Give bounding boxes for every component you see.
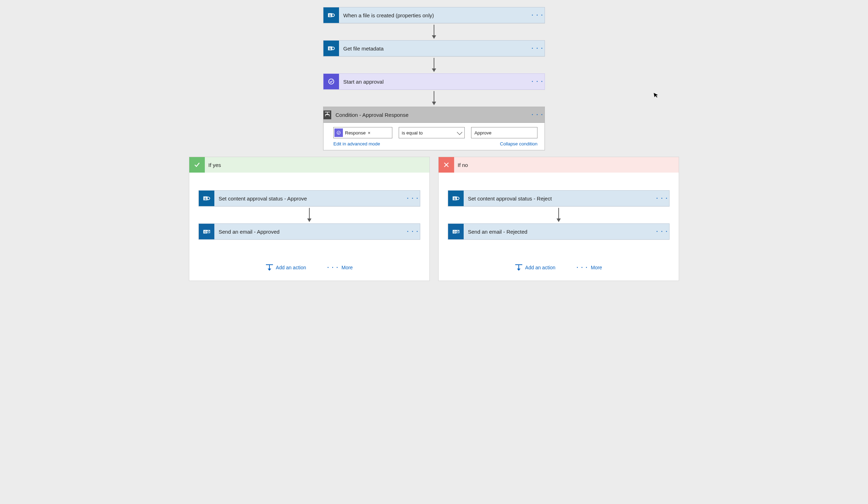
action-card-get-metadata[interactable]: S Get file metadata · · · (323, 40, 545, 56)
collapse-condition-link[interactable]: Collapse condition (500, 141, 537, 146)
chevron-down-icon (457, 129, 463, 135)
card-title: Send an email - Approved (214, 229, 406, 235)
outlook-icon: O (448, 224, 464, 239)
add-action-icon (266, 264, 273, 271)
action-card-email-rejected[interactable]: O Send an email - Rejected · · · (448, 223, 670, 240)
action-card-start-approval[interactable]: Start an approval · · · (323, 73, 545, 90)
arrow-down-icon (432, 25, 436, 39)
card-title: Set content approval status - Reject (464, 196, 655, 202)
more-menu-icon[interactable]: · · · (655, 195, 669, 202)
more-button[interactable]: · · · More (327, 264, 353, 271)
svg-text:O: O (453, 230, 456, 234)
edit-advanced-link[interactable]: Edit in advanced mode (333, 141, 380, 146)
check-icon (189, 157, 205, 173)
condition-value-input[interactable]: Approve (471, 127, 537, 138)
add-action-label: Add an action (525, 265, 555, 270)
card-title: Set content approval status - Approve (214, 196, 406, 202)
branch-header-yes: If yes (189, 157, 429, 173)
approval-icon (334, 128, 343, 137)
trigger-card-file-created[interactable]: S When a file is created (properties onl… (323, 7, 545, 23)
operator-value: is equal to (402, 130, 423, 136)
more-menu-icon[interactable]: · · · (406, 228, 420, 235)
main-flow: S When a file is created (properties onl… (180, 7, 688, 281)
value-text: Approve (474, 130, 491, 136)
svg-point-5 (337, 131, 340, 134)
arrow-down-icon (307, 208, 311, 222)
more-menu-icon[interactable]: · · · (530, 45, 545, 52)
condition-branches: If yes S Set content approval status - A… (189, 157, 679, 281)
branch-no-label: If no (458, 162, 468, 168)
dynamic-content-chip[interactable]: Response × (334, 128, 373, 137)
condition-icon (323, 110, 331, 119)
condition-left-operand[interactable]: Response × (333, 127, 392, 138)
add-action-icon (515, 264, 522, 271)
svg-text:S: S (329, 14, 331, 17)
more-menu-icon[interactable]: · · · (655, 228, 669, 235)
card-title: Get file metadata (339, 46, 530, 52)
more-menu-icon[interactable]: · · · (530, 111, 545, 118)
more-label: More (341, 265, 353, 270)
sharepoint-icon: S (323, 7, 339, 23)
add-action-label: Add an action (276, 265, 306, 270)
svg-point-4 (329, 79, 334, 84)
branch-if-no: If no S Set content approval status - Re… (438, 157, 679, 281)
card-title: Start an approval (339, 79, 530, 85)
outlook-icon: O (199, 224, 214, 239)
svg-text:S: S (329, 47, 331, 50)
arrow-down-icon (432, 58, 436, 72)
more-icon: · · · (577, 264, 588, 271)
close-icon (439, 157, 454, 173)
svg-text:S: S (454, 197, 456, 200)
sharepoint-icon: S (323, 41, 339, 56)
more-button[interactable]: · · · More (577, 264, 602, 271)
condition-block: Condition - Approval Response · · · Resp… (323, 107, 545, 150)
arrow-down-icon (557, 208, 561, 222)
sharepoint-icon: S (199, 191, 214, 206)
more-menu-icon[interactable]: · · · (530, 12, 545, 19)
condition-title: Condition - Approval Response (331, 112, 530, 118)
action-card-set-approve[interactable]: S Set content approval status - Approve … (198, 190, 420, 206)
sharepoint-icon: S (448, 191, 464, 206)
card-title: Send an email - Rejected (464, 229, 655, 235)
branch-header-no: If no (439, 157, 679, 173)
more-menu-icon[interactable]: · · · (406, 195, 420, 202)
card-title: When a file is created (properties only) (339, 12, 530, 18)
branch-if-yes: If yes S Set content approval status - A… (189, 157, 430, 281)
mouse-cursor (653, 91, 661, 101)
add-action-button[interactable]: Add an action (266, 264, 306, 271)
condition-operator-select[interactable]: is equal to (399, 127, 465, 138)
approval-icon (323, 74, 339, 89)
chip-remove[interactable]: × (368, 130, 371, 136)
more-icon: · · · (327, 264, 339, 271)
action-card-email-approved[interactable]: O Send an email - Approved · · · (198, 223, 420, 240)
branch-yes-label: If yes (208, 162, 221, 168)
chip-label: Response (345, 130, 366, 136)
arrow-down-icon (432, 91, 436, 105)
add-action-button[interactable]: Add an action (515, 264, 555, 271)
svg-text:S: S (204, 197, 207, 200)
action-card-set-reject[interactable]: S Set content approval status - Reject ·… (448, 190, 670, 206)
more-label: More (591, 265, 602, 270)
more-menu-icon[interactable]: · · · (530, 78, 545, 85)
svg-text:O: O (204, 230, 207, 234)
condition-header[interactable]: Condition - Approval Response · · · (323, 107, 545, 123)
